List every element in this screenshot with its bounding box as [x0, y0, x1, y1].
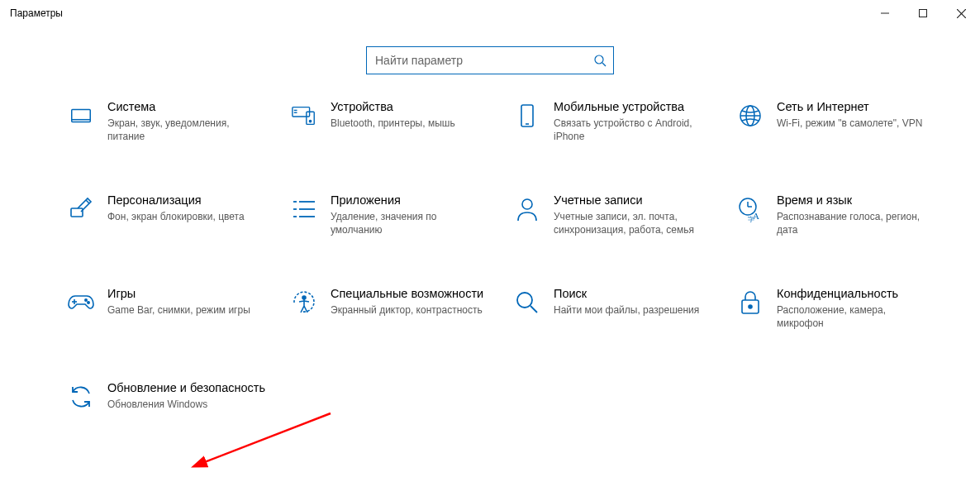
system-icon: [66, 101, 96, 131]
tile-title: Персонализация: [107, 193, 266, 208]
close-icon: [957, 9, 966, 18]
annotation-arrow: [190, 405, 339, 480]
tile-desc: Wi-Fi, режим "в самолете", VPN: [777, 117, 935, 130]
svg-line-38: [530, 306, 537, 313]
maximize-button[interactable]: [904, 0, 942, 26]
tile-title: Приложения: [331, 193, 489, 208]
tile-desc: Распознавание голоса, регион, дата: [777, 210, 935, 236]
tile-title: Конфиденциальность: [777, 286, 935, 302]
svg-point-12: [309, 120, 311, 122]
tile-ease-of-access[interactable]: Специальные возможности Экранный диктор,…: [289, 286, 504, 330]
svg-rect-18: [71, 208, 83, 217]
tile-desc: Фон, экран блокировки, цвета: [107, 210, 266, 223]
svg-line-41: [202, 413, 331, 463]
svg-rect-13: [521, 105, 533, 126]
ease-of-access-icon: [289, 288, 319, 317]
devices-icon: [289, 101, 319, 131]
svg-line-19: [86, 200, 89, 203]
svg-point-32: [85, 299, 87, 301]
tile-system[interactable]: Система Экран, звук, уведомления, питани…: [66, 99, 281, 143]
close-button[interactable]: [942, 0, 980, 26]
tile-desc: Связать устройство с Android, iPhone: [554, 117, 712, 143]
tile-desc: Удаление, значения по умолчанию: [331, 210, 489, 236]
svg-text:字: 字: [748, 216, 754, 222]
privacy-icon: [735, 288, 765, 317]
tile-title: Устройства: [331, 99, 489, 115]
update-icon: [66, 382, 96, 412]
gaming-icon: [66, 288, 96, 317]
tile-desc: Game Bar, снимки, режим игры: [107, 303, 266, 317]
phone-icon: [512, 101, 542, 131]
tile-phone[interactable]: Мобильные устройства Связать устройство …: [512, 99, 727, 143]
tile-accounts[interactable]: Учетные записи Учетные записи, эл. почта…: [512, 193, 727, 236]
window-controls: [866, 0, 980, 26]
personalization-icon: [66, 194, 96, 224]
tile-desc: Bluetooth, принтеры, мышь: [331, 117, 489, 130]
tile-title: Мобильные устройства: [554, 99, 712, 115]
tile-desc: Экранный диктор, контрастность: [331, 303, 489, 317]
tile-desc: Экран, звук, уведомления, питание: [107, 117, 266, 143]
tile-gaming[interactable]: Игры Game Bar, снимки, режим игры: [66, 286, 281, 330]
tile-title: Поиск: [554, 286, 712, 302]
tile-update-security[interactable]: Обновление и безопасность Обновления Win…: [66, 380, 281, 412]
svg-point-33: [88, 302, 89, 303]
settings-grid: Система Экран, звук, уведомления, питани…: [0, 99, 980, 412]
search-box[interactable]: [366, 46, 614, 74]
tile-devices[interactable]: Устройства Bluetooth, принтеры, мышь: [289, 99, 504, 143]
tile-privacy[interactable]: Конфиденциальность Расположение, камера,…: [735, 286, 950, 330]
tile-desc: Учетные записи, эл. почта, синхронизация…: [554, 210, 712, 236]
minimize-icon: [881, 9, 889, 17]
tile-desc: Найти мои файлы, разрешения: [554, 303, 712, 317]
tile-title: Игры: [107, 286, 266, 302]
tile-personalization[interactable]: Персонализация Фон, экран блокировки, цв…: [66, 193, 281, 236]
accounts-icon: [512, 194, 542, 224]
titlebar: Параметры: [0, 0, 980, 26]
minimize-button[interactable]: [866, 0, 904, 26]
tile-title: Учетные записи: [554, 193, 712, 208]
tile-title: Сеть и Интернет: [777, 99, 935, 115]
tile-search[interactable]: Поиск Найти мои файлы, разрешения: [512, 286, 727, 330]
tile-title: Специальные возможности: [331, 286, 489, 302]
svg-line-5: [602, 63, 606, 66]
tile-desc: Обновления Windows: [107, 398, 266, 411]
svg-point-40: [749, 305, 752, 308]
time-language-icon: A字: [735, 194, 765, 224]
maximize-icon: [919, 9, 927, 17]
svg-point-26: [522, 199, 532, 209]
tile-time-language[interactable]: A字 Время и язык Распознавание голоса, ре…: [735, 193, 950, 236]
tile-desc: Расположение, камера, микрофон: [777, 303, 935, 330]
tile-title: Время и язык: [777, 193, 935, 208]
tile-network[interactable]: Сеть и Интернет Wi-Fi, режим "в самолете…: [735, 99, 950, 143]
network-icon: [735, 101, 765, 131]
svg-rect-1: [920, 10, 927, 17]
svg-point-37: [517, 293, 532, 308]
window-title: Параметры: [10, 7, 63, 19]
search-icon: [593, 54, 607, 67]
search-input[interactable]: [373, 53, 593, 68]
tile-title: Обновление и безопасность: [107, 380, 266, 396]
tile-title: Система: [107, 99, 266, 115]
apps-icon: [289, 194, 319, 224]
tile-apps[interactable]: Приложения Удаление, значения по умолчан…: [289, 193, 504, 236]
svg-point-4: [595, 55, 603, 64]
svg-point-36: [302, 296, 306, 299]
search-category-icon: [512, 288, 542, 317]
